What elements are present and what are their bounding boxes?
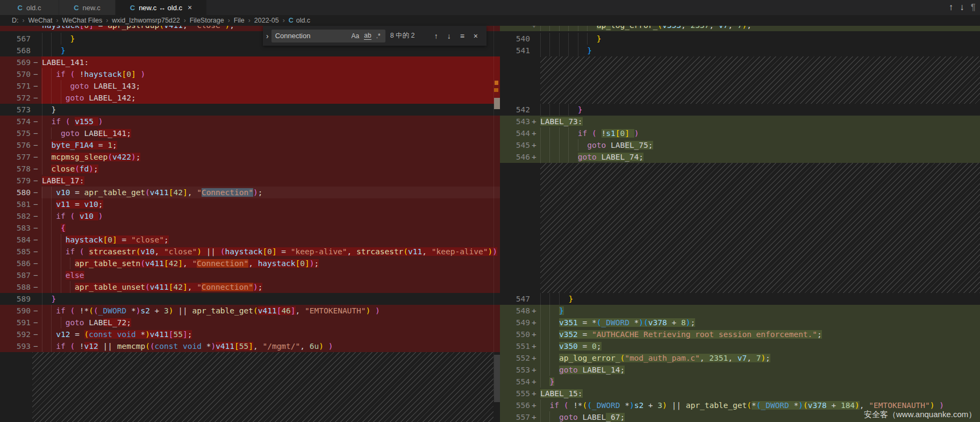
tab-old-c[interactable]: C old.c (0, 0, 59, 15)
breadcrumb-item-file[interactable]: old.c (296, 17, 310, 24)
breadcrumb-item[interactable]: 2022-05 (254, 17, 279, 24)
tab-new-c[interactable]: C new.c (59, 0, 116, 15)
line-number: 568 (0, 45, 31, 56)
code-text: goto LABEL_75; (540, 139, 653, 151)
code-text: } (540, 293, 573, 305)
c-file-icon: C (18, 4, 23, 12)
code-line-550[interactable]: 550+ v352 = "AUTHCACHE Retrieving root s… (500, 328, 980, 340)
code-text: } (540, 305, 564, 317)
breadcrumb-item[interactable]: D: (12, 17, 19, 24)
code-line-569[interactable]: 569−LABEL_141: (0, 56, 500, 68)
whitespace-toggle-icon[interactable]: ¶ (971, 2, 976, 13)
line-number: 580 (0, 187, 31, 198)
find-next-icon[interactable]: ↓ (447, 32, 451, 40)
close-icon[interactable]: × (188, 3, 192, 12)
watermark: 安全客（www.anquanke.com） (864, 410, 976, 420)
code-line-586[interactable]: 586− apr_table_setn(v411[42], "Connectio… (0, 258, 500, 269)
line-number: 569 (0, 56, 31, 68)
code-text: if ( !s1[0] ) (540, 127, 639, 139)
find-in-selection-icon[interactable]: ≡ (460, 32, 464, 40)
code-line-581[interactable]: 581− v11 = v10; (0, 198, 500, 210)
code-line-590[interactable]: 590− if ( !*((_DWORD *)s2 + 3) || apr_ta… (0, 305, 500, 317)
code-line-549[interactable]: 549+ v351 = *(_DWORD *)(v378 + 8); (500, 317, 980, 328)
code-text: haystack[0] = "close"; (42, 234, 169, 246)
breadcrumb-item[interactable]: File (234, 17, 245, 24)
whole-word-icon[interactable]: ab (364, 32, 371, 40)
code-text: } (42, 33, 75, 45)
code-line-582[interactable]: 582− if ( v10 ) (0, 210, 500, 222)
breadcrumb-item[interactable]: WeChat Files (62, 17, 102, 24)
code-line-592[interactable]: 592− v12 = (const void *)v411[55]; (0, 328, 500, 340)
line-number: 547 (500, 293, 530, 305)
code-line-585[interactable]: 585− if ( strcasestr(v10, "close") || (h… (0, 246, 500, 258)
code-line-552[interactable]: 552+ ap_log_error_("mod_auth_pam.c", 235… (500, 352, 980, 364)
code-line-553[interactable]: 553+ goto LABEL_14; (500, 364, 980, 376)
code-text: if ( !*((_DWORD *)s2 + 3) || apr_table_g… (42, 305, 380, 317)
code-line-548[interactable]: 548+ } (500, 305, 980, 317)
right-filler-hatch (540, 56, 980, 104)
line-number: 579 (0, 175, 31, 187)
code-line-544[interactable]: 544+ if ( !s1[0] ) (500, 127, 980, 139)
next-change-icon[interactable]: ↓ (960, 2, 964, 13)
match-case-icon[interactable]: Aa (352, 32, 360, 40)
code-line-580[interactable]: 580− v10 = apr_table_get(v411[42], "Conn… (0, 187, 500, 198)
code-line-591[interactable]: 591− goto LABEL_72; (0, 317, 500, 328)
line-number: 585 (0, 246, 31, 258)
code-line-542[interactable]: 542 } (500, 104, 980, 116)
tab-diff-new-old[interactable]: C new.c ↔ old.c × (116, 0, 207, 15)
code-line-568[interactable]: 568 } (0, 45, 500, 56)
diff-sign: − (33, 222, 38, 234)
code-text: } (540, 33, 602, 45)
code-line-573[interactable]: 573 } (0, 104, 500, 116)
code-line-540[interactable]: 540 } (500, 33, 980, 45)
diff-sign: − (33, 116, 38, 127)
diff-editor-original: −haystack[0] = apr_pstrdup(v411, "close"… (0, 26, 500, 422)
find-close-icon[interactable]: × (474, 32, 478, 40)
code-line-576[interactable]: 576− byte_F1A4 = 1; (0, 139, 500, 151)
code-line-588[interactable]: 588− apr_table_unset(v411[42], "Connecti… (0, 281, 500, 293)
code-line-574[interactable]: 574− if ( v155 ) (0, 116, 500, 127)
code-line-575[interactable]: 575− goto LABEL_141; (0, 127, 500, 139)
code-line-578[interactable]: 578− close(fd); (0, 163, 500, 175)
code-text: goto LABEL_141; (42, 127, 131, 139)
code-line-547[interactable]: 547 } (500, 293, 980, 305)
code-line-551[interactable]: 551+ v350 = 0; (500, 340, 980, 352)
code-line-584[interactable]: 584− haystack[0] = "close"; (0, 234, 500, 246)
breadcrumb-item[interactable]: FileStorage (190, 17, 224, 24)
scrollbar-slider[interactable] (494, 98, 500, 109)
code-line-570[interactable]: 570− if ( !haystack[0] ) (0, 68, 500, 80)
diff-sign: + (532, 411, 537, 422)
code-line-583[interactable]: 583− { (0, 222, 500, 234)
diff-sign: + (532, 139, 537, 151)
code-line-571[interactable]: 571− goto LABEL_143; (0, 80, 500, 92)
diff-sign: − (33, 198, 38, 210)
breadcrumb-separator-icon: › (23, 17, 25, 24)
regex-icon[interactable]: .* (376, 32, 381, 40)
find-previous-icon[interactable]: ↑ (434, 32, 438, 40)
code-line-554[interactable]: 554+ } (500, 376, 980, 388)
code-line-545[interactable]: 545+ goto LABEL_75; (500, 139, 980, 151)
code-line-579[interactable]: 579−LABEL_17: (0, 175, 500, 187)
toggle-replace-chevron-icon[interactable]: › (266, 32, 269, 40)
code-line-589[interactable]: 589 } (0, 293, 500, 305)
diff-sign: + (532, 328, 537, 340)
prev-change-icon[interactable]: ↑ (949, 2, 954, 13)
code-line-593[interactable]: 593− if ( !v12 || memcmp((const void *)v… (0, 340, 500, 352)
code-line-541[interactable]: 541 } (500, 45, 980, 56)
code-line-546[interactable]: 546+ goto LABEL_74; (500, 151, 980, 163)
code-line-572[interactable]: 572− goto LABEL_142; (0, 92, 500, 104)
ruler-mark-find (494, 88, 498, 92)
code-line-543[interactable]: 543+LABEL_73: (500, 116, 980, 127)
code-line-577[interactable]: 577− mcpmsg_sleep(v422); (0, 151, 500, 163)
breadcrumb-item[interactable]: WeChat (28, 17, 53, 24)
diff-sign: − (33, 305, 38, 317)
line-number: 588 (0, 281, 31, 293)
find-input[interactable]: Connection Aa ab .* (271, 30, 385, 42)
code-line-587[interactable]: 587− else (0, 269, 500, 281)
code-line-555[interactable]: 555+LABEL_15: (500, 388, 980, 399)
code-line-partial[interactable]: + ap_log_error_(v353, 2337, v7, 7); (500, 26, 980, 31)
breadcrumb-item[interactable]: wxid_lzhwomsrp75d22 (112, 17, 180, 24)
breadcrumb: D:›WeChat›WeChat Files›wxid_lzhwomsrp75d… (0, 15, 980, 26)
code-text: mcpmsg_sleep(v422); (42, 151, 140, 163)
line-number: 549 (500, 317, 530, 328)
